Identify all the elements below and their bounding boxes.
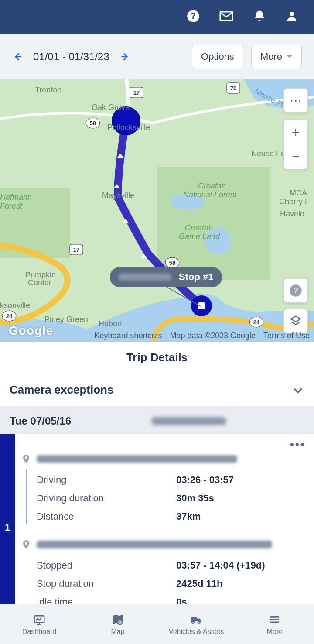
chevron-down-icon bbox=[291, 384, 304, 397]
origin-pin-icon bbox=[21, 452, 31, 467]
redacted-text bbox=[119, 274, 171, 281]
date-next-button[interactable] bbox=[119, 51, 130, 62]
map-data-text: Map data ©2023 Google bbox=[170, 331, 256, 340]
redacted-address bbox=[37, 541, 272, 548]
zoom-out-button[interactable]: − bbox=[284, 144, 307, 169]
svg-text:Hubert: Hubert bbox=[99, 319, 122, 328]
mail-icon[interactable] bbox=[219, 9, 234, 25]
label: Stopped bbox=[37, 560, 176, 571]
svg-text:Pumpkin: Pumpkin bbox=[25, 271, 56, 279]
svg-text:Piney Green: Piney Green bbox=[44, 315, 88, 324]
tab-label: More bbox=[267, 628, 283, 636]
svg-text:Croatan: Croatan bbox=[185, 223, 213, 232]
help-icon[interactable]: ? bbox=[187, 10, 200, 24]
tab-label: Dashboard bbox=[22, 628, 56, 636]
svg-text:70: 70 bbox=[230, 85, 236, 92]
label: Stop duration bbox=[37, 578, 176, 589]
more-button[interactable]: More bbox=[251, 45, 302, 69]
date-prev-button[interactable] bbox=[12, 51, 24, 62]
svg-point-59 bbox=[192, 621, 194, 623]
keyboard-shortcuts-link[interactable]: Keyboard shortcuts bbox=[94, 331, 162, 340]
svg-point-54 bbox=[25, 456, 27, 459]
value: 30m 35s bbox=[176, 493, 214, 504]
tab-dashboard[interactable]: Dashboard bbox=[0, 604, 78, 644]
chevron-down-icon bbox=[287, 54, 293, 60]
map-viewport[interactable]: Trenton Oak Grove Pollocksville Hofmann … bbox=[0, 79, 314, 342]
map-background: Trenton Oak Grove Pollocksville Hofmann … bbox=[0, 79, 314, 342]
svg-text:Hofmann: Hofmann bbox=[0, 193, 32, 202]
user-icon[interactable] bbox=[285, 10, 298, 24]
trip-date-row: Tue 07/05/16 bbox=[0, 408, 314, 434]
segment-more-menu[interactable]: ••• bbox=[290, 438, 305, 452]
label: Driving duration bbox=[37, 493, 176, 504]
camera-exceptions-row[interactable]: Camera exceptions bbox=[0, 373, 314, 408]
svg-point-3 bbox=[290, 12, 294, 16]
tab-map[interactable]: Map bbox=[78, 604, 157, 644]
bell-icon[interactable] bbox=[253, 10, 266, 24]
svg-text:58: 58 bbox=[90, 120, 96, 127]
connector-line bbox=[26, 469, 27, 524]
dashboard-icon bbox=[31, 613, 47, 626]
bottom-nav: Dashboard Map Vehicles & Assets More bbox=[0, 604, 314, 644]
svg-text:?: ? bbox=[191, 11, 196, 21]
svg-text:Forest: Forest bbox=[0, 202, 23, 210]
svg-text:MCA: MCA bbox=[290, 188, 307, 197]
app-header: ? bbox=[0, 0, 314, 34]
svg-rect-56 bbox=[34, 616, 44, 622]
svg-text:24: 24 bbox=[6, 313, 13, 319]
tab-more[interactable]: More bbox=[236, 604, 314, 644]
svg-text:Havelo: Havelo bbox=[280, 209, 304, 218]
tab-label: Vehicles & Assets bbox=[169, 628, 224, 636]
svg-text:Game Land: Game Land bbox=[179, 232, 220, 241]
zoom-in-button[interactable]: ＋ bbox=[284, 120, 307, 144]
svg-text:Trenton: Trenton bbox=[35, 86, 61, 94]
destination-pin-icon bbox=[21, 538, 31, 553]
svg-text:?: ? bbox=[293, 286, 298, 295]
svg-text:24: 24 bbox=[253, 319, 260, 325]
label: Distance bbox=[37, 511, 176, 522]
menu-icon bbox=[267, 613, 283, 626]
map-help-button[interactable]: ? bbox=[283, 278, 308, 303]
svg-point-58 bbox=[119, 621, 121, 623]
date-range-text[interactable]: 01/01 - 01/31/23 bbox=[33, 51, 109, 63]
redacted-address bbox=[37, 455, 237, 463]
svg-text:Maysville: Maysville bbox=[102, 191, 134, 200]
options-button[interactable]: Options bbox=[192, 45, 243, 69]
map-zoom-controls: ＋ − bbox=[283, 120, 308, 169]
label: Driving bbox=[37, 474, 176, 486]
svg-text:17: 17 bbox=[73, 247, 79, 253]
svg-text:National Forest: National Forest bbox=[183, 190, 237, 199]
map-more-menu[interactable]: ⋯ bbox=[283, 88, 308, 113]
value: 2425d 11h bbox=[176, 578, 222, 589]
svg-text:58: 58 bbox=[169, 260, 175, 266]
trip-details-title: Trip Details bbox=[0, 342, 314, 373]
tab-label: Map bbox=[111, 628, 124, 636]
svg-point-55 bbox=[25, 542, 27, 545]
svg-text:Croatan: Croatan bbox=[198, 182, 226, 190]
trip-date-text: Tue 07/05/16 bbox=[10, 415, 71, 427]
segment-index: 1 bbox=[0, 434, 15, 621]
value: 03:26 - 03:57 bbox=[176, 474, 234, 486]
sheet-drag-handle[interactable] bbox=[147, 340, 167, 342]
date-range-toolbar: 01/01 - 01/31/23 Options More bbox=[0, 34, 314, 79]
tab-vehicles[interactable]: Vehicles & Assets bbox=[157, 604, 236, 644]
svg-text:Center: Center bbox=[28, 278, 51, 287]
svg-text:17: 17 bbox=[133, 89, 140, 96]
terms-link[interactable]: Terms of Use bbox=[263, 331, 310, 340]
redacted-text bbox=[152, 417, 226, 425]
stop-tooltip[interactable]: Stop #1 bbox=[110, 267, 222, 287]
trip-segment: 1 ••• Driving03:26 - 03:57 Driving durat… bbox=[0, 434, 314, 621]
map-icon bbox=[110, 613, 126, 626]
svg-text:Oak Grove: Oak Grove bbox=[92, 103, 130, 112]
svg-text:Cherry F: Cherry F bbox=[279, 197, 310, 206]
value: 03:57 - 14:04 (+19d) bbox=[176, 560, 265, 571]
svg-text:ksonville: ksonville bbox=[0, 301, 30, 310]
value: 37km bbox=[176, 511, 201, 522]
svg-text:Pollocksville: Pollocksville bbox=[107, 123, 150, 132]
svg-point-60 bbox=[198, 621, 200, 623]
truck-icon bbox=[188, 613, 204, 626]
stop-tooltip-label: Stop #1 bbox=[179, 271, 213, 283]
camera-exceptions-label: Camera exceptions bbox=[10, 383, 113, 397]
